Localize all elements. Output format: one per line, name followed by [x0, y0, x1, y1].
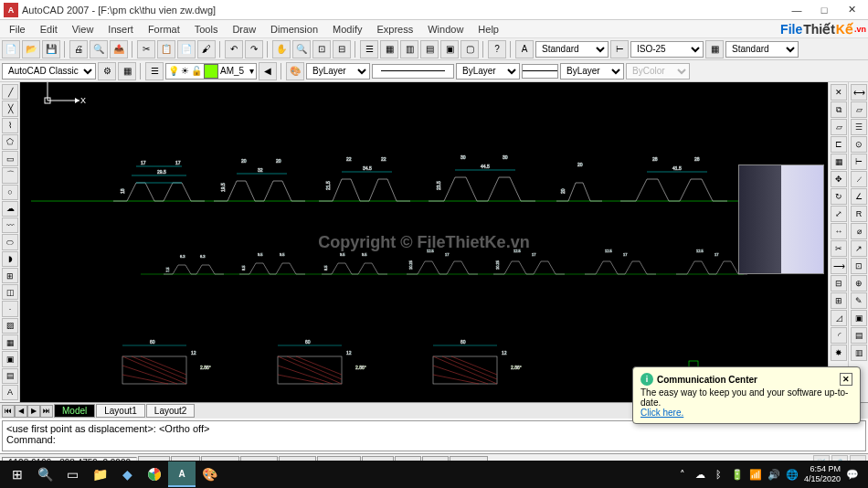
- menu-format[interactable]: Format: [141, 22, 187, 37]
- leader-tool[interactable]: ↗: [851, 240, 867, 257]
- lineweight-select[interactable]: ByLayer: [560, 63, 624, 80]
- tray-up-icon[interactable]: ˄: [676, 468, 689, 481]
- table-tool[interactable]: ▤: [2, 368, 18, 384]
- menu-draw[interactable]: Draw: [225, 22, 263, 37]
- tab-nav-prev[interactable]: ◀: [15, 405, 27, 418]
- chamfer-tool[interactable]: ◿: [831, 310, 847, 326]
- dim-angular-tool[interactable]: ∠: [851, 188, 867, 205]
- paint-button[interactable]: 🎨: [196, 461, 223, 487]
- copy-button[interactable]: 📋: [157, 40, 175, 58]
- ellipsearc-tool[interactable]: ◗: [2, 251, 18, 267]
- menu-dimension[interactable]: Dimension: [263, 22, 325, 37]
- zoom-prev-button[interactable]: ⊟: [333, 40, 351, 58]
- extend-tool[interactable]: ⟶: [831, 258, 847, 274]
- autocad-task[interactable]: A: [168, 461, 196, 487]
- taskview-button[interactable]: ▭: [58, 461, 86, 487]
- menu-insert[interactable]: Insert: [101, 22, 141, 37]
- popup-close-button[interactable]: ✕: [840, 373, 852, 386]
- insert-tool[interactable]: ⊞: [2, 268, 18, 283]
- extra1-tool[interactable]: ▣: [851, 310, 867, 326]
- open-button[interactable]: 📂: [22, 40, 40, 58]
- hatch-tool[interactable]: ▨: [2, 318, 18, 334]
- menu-tools[interactable]: Tools: [187, 22, 226, 37]
- revcloud-tool[interactable]: ☁: [2, 201, 18, 217]
- list-tool[interactable]: ☰: [851, 119, 867, 135]
- dimstyle-icon[interactable]: ⊢: [610, 40, 629, 58]
- menu-file[interactable]: File: [2, 22, 33, 37]
- markup-button[interactable]: ▣: [440, 40, 459, 58]
- xline-tool[interactable]: ╳: [2, 101, 18, 116]
- array-tool[interactable]: ▦: [831, 154, 847, 170]
- erase-tool[interactable]: ✕: [831, 84, 847, 101]
- rotate-tool[interactable]: ↻: [831, 188, 847, 205]
- sheet-button[interactable]: ▤: [420, 40, 439, 58]
- save-button[interactable]: 💾: [42, 40, 60, 58]
- tray-volume-icon[interactable]: 🔊: [767, 468, 780, 481]
- fillet-tool[interactable]: ◜: [831, 327, 847, 344]
- arc-tool[interactable]: ⌒: [2, 167, 18, 183]
- gradient-tool[interactable]: ▦: [2, 334, 18, 350]
- trim-tool[interactable]: ✂: [831, 240, 847, 257]
- menu-modify[interactable]: Modify: [325, 22, 369, 37]
- block-tool[interactable]: ◫: [2, 284, 18, 300]
- linetype-preview[interactable]: [372, 64, 454, 79]
- search-button[interactable]: 🔍: [31, 461, 58, 487]
- menu-express[interactable]: Express: [369, 22, 420, 37]
- ws-save-button[interactable]: ▦: [118, 62, 136, 80]
- break-tool[interactable]: ⊟: [831, 275, 847, 292]
- taskbar-clock[interactable]: 6:54 PM 4/15/2020: [804, 464, 841, 484]
- spline-tool[interactable]: 〰: [2, 217, 18, 233]
- textstyle-icon[interactable]: A: [515, 40, 534, 58]
- extra3-tool[interactable]: ▥: [851, 345, 867, 361]
- tray-network-icon[interactable]: 📶: [749, 468, 762, 481]
- pan-button[interactable]: ✋: [272, 40, 291, 58]
- rectangle-tool[interactable]: ▭: [2, 151, 18, 166]
- popup-link[interactable]: Click here.: [640, 408, 683, 418]
- color-button[interactable]: 🎨: [286, 62, 304, 80]
- line-tool[interactable]: ╱: [2, 84, 18, 100]
- layer-prev-button[interactable]: ◀: [259, 62, 277, 80]
- dim-radius-tool[interactable]: R: [851, 206, 867, 222]
- preview-button[interactable]: 🔍: [90, 40, 108, 58]
- tab-nav-next[interactable]: ▶: [27, 405, 40, 418]
- drawing-canvas[interactable]: 17 29.5 17 18 20 32 20 19.5 22: [20, 82, 828, 402]
- dim-linear-tool[interactable]: ⊢: [851, 154, 867, 170]
- match-button[interactable]: 🖌: [197, 40, 216, 58]
- tool-palette-preview[interactable]: [738, 164, 824, 274]
- calc-button[interactable]: ▢: [460, 40, 479, 58]
- mirror-tool[interactable]: ▱: [831, 119, 847, 135]
- close-button[interactable]: ✕: [839, 2, 864, 18]
- ellipse-tool[interactable]: ⬭: [2, 234, 18, 249]
- redo-button[interactable]: ↷: [245, 40, 263, 58]
- minimize-button[interactable]: —: [784, 2, 810, 18]
- tab-model[interactable]: Model: [54, 404, 95, 418]
- point-tool[interactable]: ·: [2, 301, 18, 316]
- workspace-select[interactable]: AutoCAD Classic: [2, 63, 96, 80]
- layer-select[interactable]: 💡 ☀ 🔓 AM_5 ▾: [165, 63, 257, 80]
- tablestyle-icon[interactable]: ▦: [705, 40, 724, 58]
- layer-manager-button[interactable]: ☰: [145, 62, 164, 80]
- tray-lang-icon[interactable]: 🌐: [786, 468, 799, 481]
- tray-battery-icon[interactable]: 🔋: [731, 468, 744, 481]
- cut-button[interactable]: ✂: [137, 40, 155, 58]
- mtext-tool[interactable]: A: [2, 385, 18, 400]
- tab-layout1[interactable]: Layout1: [96, 404, 145, 418]
- region-tool[interactable]: ▣: [2, 351, 18, 366]
- lineweight-preview[interactable]: [522, 64, 558, 79]
- explorer-button[interactable]: 📁: [86, 461, 113, 487]
- plotstyle-select[interactable]: ByColor: [626, 63, 690, 80]
- stretch-tool[interactable]: ↔: [831, 223, 847, 239]
- linetype-select[interactable]: ByLayer: [456, 63, 520, 80]
- ws-settings-button[interactable]: ⚙: [98, 62, 116, 80]
- menu-help[interactable]: Help: [471, 22, 506, 37]
- center-tool[interactable]: ⊕: [851, 275, 867, 292]
- chrome-button[interactable]: [141, 461, 168, 487]
- area-tool[interactable]: ▱: [851, 101, 867, 118]
- designcenter-button[interactable]: ▦: [380, 40, 398, 58]
- new-button[interactable]: 📄: [2, 40, 20, 58]
- publish-button[interactable]: 📤: [110, 40, 128, 58]
- table-style-select[interactable]: Standard: [725, 41, 799, 58]
- scale-tool[interactable]: ⤢: [831, 206, 847, 222]
- text-style-select[interactable]: Standard: [535, 41, 609, 58]
- command-window[interactable]: <use first point as displacement>: <Orth…: [2, 420, 866, 451]
